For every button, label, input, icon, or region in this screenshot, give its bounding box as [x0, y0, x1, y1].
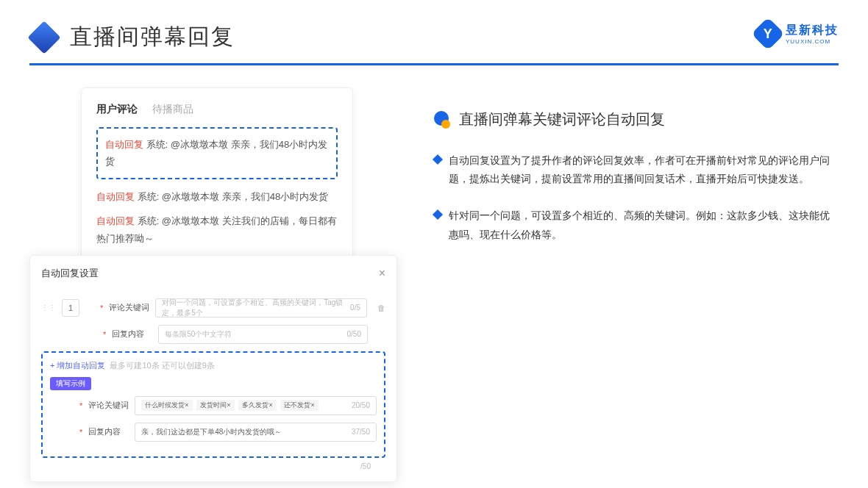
- page-header: 直播间弹幕回复: [0, 0, 868, 63]
- brand-icon: Y: [751, 17, 784, 50]
- add-hint: 最多可建10条 还可以创建9条: [110, 360, 214, 371]
- bullet-text: 针对同一个问题，可设置多个相近的、高频的关键词。例如：这款多少钱、这块能优惠吗、…: [449, 207, 839, 243]
- brand-logo: Y 昱新科技 YUUXIN.COM: [756, 22, 839, 46]
- tab-user-comments[interactable]: 用户评论: [96, 103, 138, 116]
- close-icon[interactable]: ×: [379, 267, 385, 280]
- index-badge: 1: [62, 299, 79, 317]
- bubble-icon: [434, 111, 452, 129]
- keyword-chip[interactable]: 多久发货×: [238, 400, 276, 411]
- bullet-text: 自动回复设置为了提升作者的评论回复效率，作者可在开播前针对常见的评论用户问题，提…: [449, 151, 839, 188]
- drag-handle-icon[interactable]: ⋮⋮: [41, 304, 56, 312]
- diamond-icon: [433, 154, 443, 165]
- bullet-item: 自动回复设置为了提升作者的评论回复效率，作者可在开播前针对常见的评论用户问题，提…: [434, 151, 839, 188]
- comment-item: 自动回复 系统: @冰墩墩本墩 关注我们的店铺，每日都有热门推荐呦～: [96, 212, 338, 247]
- content-label: 回复内容: [112, 329, 152, 340]
- ex-content-label: 回复内容: [88, 426, 129, 437]
- diamond-icon: [433, 209, 443, 220]
- keyword-input[interactable]: 对同一个问题，可设置多个相近、高频的关键词，Tag锁定，最多5个0/5: [155, 298, 367, 317]
- brand-name: 昱新科技: [786, 23, 839, 38]
- section-title: 直播间弹幕关键词评论自动回复: [459, 110, 665, 129]
- keyword-chip[interactable]: 还不发货×: [280, 400, 318, 411]
- add-reply-link[interactable]: + 增加自动回复: [50, 360, 105, 371]
- bullet-item: 针对同一个问题，可设置多个相近的、高频的关键词。例如：这款多少钱、这块能优惠吗、…: [434, 207, 839, 243]
- section-header: 直播间弹幕关键词评论自动回复: [434, 110, 839, 129]
- keyword-chip[interactable]: 什么时候发货×: [141, 400, 192, 411]
- keyword-label: 评论关键词: [109, 302, 149, 313]
- required-mark: *: [100, 304, 103, 312]
- example-tag: 填写示例: [50, 377, 91, 390]
- auto-reply-settings-modal: 自动回复设置 × ⋮⋮ 1 * 评论关键词 对同一个问题，可设置多个相近、高频的…: [29, 255, 397, 482]
- brand-url: YUUXIN.COM: [786, 38, 839, 45]
- ex-keyword-label: 评论关键词: [88, 400, 129, 411]
- auto-reply-tag: 自动回复: [105, 139, 143, 150]
- ex-keyword-input[interactable]: 什么时候发货× 发货时间× 多久发货× 还不发货× 20/50: [135, 396, 377, 415]
- modal-title: 自动回复设置: [41, 267, 99, 280]
- highlighted-comment: 自动回复 系统: @冰墩墩本墩 亲亲，我们48小时内发货: [96, 127, 338, 179]
- example-section: + 增加自动回复 最多可建10条 还可以创建9条 填写示例 * 评论关键词 什么…: [41, 351, 385, 458]
- comments-panel: 用户评论 待播商品 自动回复 系统: @冰墩墩本墩 亲亲，我们48小时内发货 自…: [81, 87, 353, 262]
- page-title: 直播间弹幕回复: [70, 22, 235, 52]
- delete-icon[interactable]: 🗑: [377, 304, 385, 312]
- keyword-chip[interactable]: 发货时间×: [196, 400, 234, 411]
- tab-pending-goods[interactable]: 待播商品: [152, 103, 193, 116]
- comment-item: 自动回复 系统: @冰墩墩本墩 亲亲，我们48小时内发货: [96, 188, 338, 205]
- ex-content-input[interactable]: 亲，我们这边都是下单48小时内发货的哦～37/50: [135, 423, 377, 442]
- content-input[interactable]: 每条限50个中文字符0/50: [158, 325, 368, 344]
- cube-icon: [29, 23, 59, 52]
- footer-counter: /50: [41, 462, 385, 470]
